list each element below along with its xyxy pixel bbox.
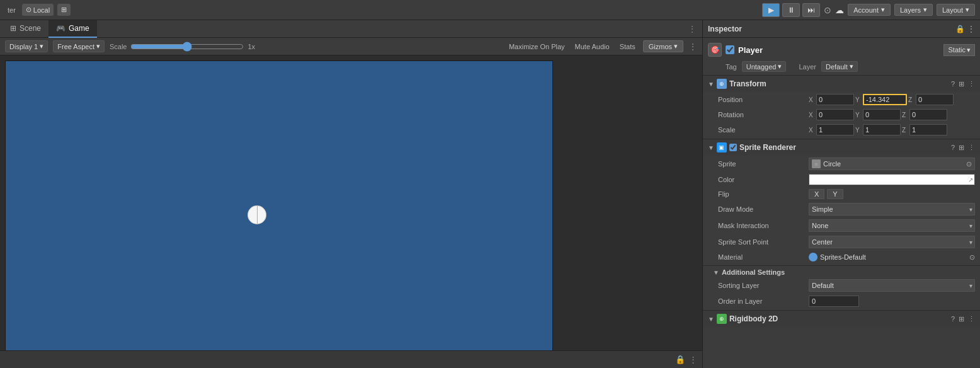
sprite-renderer-preset-icon[interactable]: ⊞: [959, 144, 964, 152]
draw-mode-select[interactable]: Simple Sliced Tiled: [809, 203, 975, 216]
inspector-panel: Inspector 🔒 ⋮ 🎯 Player Static ▾ Tag: [703, 20, 980, 368]
object-name: Player: [738, 45, 940, 55]
rotation-x-input[interactable]: [816, 109, 854, 120]
viewport-lock-icon[interactable]: 🔒: [675, 355, 685, 364]
pause-icon: ⏸: [787, 6, 795, 14]
flip-x-button[interactable]: X: [809, 189, 824, 199]
sprite-label: Sprite: [718, 160, 806, 168]
additional-settings-header[interactable]: ▼ Additional Settings: [703, 266, 980, 277]
tag-label: Tag: [726, 63, 737, 71]
account-dropdown[interactable]: Account ▾: [848, 4, 891, 16]
additional-settings-title: Additional Settings: [722, 268, 785, 276]
flip-y-button[interactable]: Y: [827, 189, 843, 199]
rigidbody2d-header[interactable]: ▼ ⊕ Rigidbody 2D ? ⊞ ⋮: [703, 311, 980, 327]
sprite-sort-select[interactable]: Center Pivot: [809, 236, 975, 248]
brand-label: ter: [5, 6, 18, 14]
order-layer-row: Order in Layer: [703, 294, 980, 309]
gizmos-dropdown[interactable]: Gizmos ▾: [643, 40, 683, 52]
game-toolbar-more-icon[interactable]: ⋮: [688, 42, 697, 52]
static-chevron-icon: ▾: [967, 46, 971, 54]
layout-chevron-icon: ▾: [966, 6, 969, 14]
transform-help-icon[interactable]: ?: [951, 80, 955, 88]
scene-tab-label: Scene: [20, 24, 41, 33]
sprite-value: Circle: [823, 160, 841, 168]
position-x-input[interactable]: [816, 94, 854, 105]
sprite-renderer-section: ▼ ▣ Sprite Renderer ? ⊞ ⋮ Sprite ○ Cir: [703, 139, 980, 264]
material-picker-icon[interactable]: ⊙: [969, 253, 975, 262]
static-dropdown[interactable]: Static ▾: [943, 44, 975, 56]
sprite-renderer-more-icon[interactable]: ⋮: [968, 144, 975, 152]
inspector-header: Inspector 🔒 ⋮: [703, 20, 980, 38]
left-panel: ⊞ Scene 🎮 Game ⋮ Display 1 ▾ Free Aspect…: [0, 20, 703, 368]
tag-layer-row: Tag Untagged ▾ Layer Default ▾: [703, 59, 980, 74]
additional-settings-chevron-icon: ▼: [713, 269, 719, 276]
pause-button[interactable]: ⏸: [782, 3, 800, 17]
rigidbody2d-help-icon[interactable]: ?: [951, 315, 955, 323]
object-header: 🎯 Player Static ▾: [703, 40, 980, 59]
color-field[interactable]: ↗: [809, 174, 975, 185]
scale-slider[interactable]: [130, 42, 244, 52]
local-button[interactable]: ⊙ Local: [22, 4, 54, 16]
static-label: Static: [948, 46, 966, 54]
scale-values: X Y Z: [809, 124, 975, 135]
grid-button[interactable]: ⊞: [57, 4, 71, 16]
local-icon: ⊙: [26, 6, 31, 14]
transform-header[interactable]: ▼ ⊕ Transform ? ⊞ ⋮: [703, 76, 980, 92]
inspector-lock-icon[interactable]: 🔒: [955, 25, 965, 33]
scale-y-input[interactable]: [863, 124, 901, 135]
position-z-input[interactable]: [916, 94, 954, 105]
playback-controls: ▶ ⏸ ⏭: [762, 3, 820, 17]
sorting-layer-select-wrapper: Default: [809, 279, 975, 292]
sprite-renderer-help-icon[interactable]: ?: [951, 144, 955, 152]
sprite-field[interactable]: ○ Circle ⊙: [809, 158, 975, 170]
stats-button[interactable]: Stats: [617, 42, 638, 52]
rotation-y-input[interactable]: [863, 109, 901, 120]
rotation-z-input[interactable]: [909, 109, 947, 120]
rot-z-label: Z: [902, 112, 908, 118]
game-toolbar-right: Maximize On Play Mute Audio Stats Gizmos…: [506, 40, 697, 52]
order-layer-label: Order in Layer: [718, 297, 806, 305]
sprite-renderer-header[interactable]: ▼ ▣ Sprite Renderer ? ⊞ ⋮: [703, 139, 980, 156]
scale-y-label: Y: [855, 127, 862, 134]
transform-more-icon[interactable]: ⋮: [968, 80, 975, 88]
layout-dropdown[interactable]: Layout ▾: [937, 4, 975, 16]
layer-dropdown[interactable]: Default ▾: [821, 61, 858, 72]
tag-dropdown[interactable]: Untagged ▾: [742, 61, 787, 72]
scale-z-input[interactable]: [909, 124, 947, 135]
tab-game[interactable]: 🎮 Game: [48, 20, 97, 38]
object-enabled-checkbox[interactable]: [726, 45, 734, 54]
scale-row: Scale X Y Z: [703, 122, 980, 137]
mask-interaction-select[interactable]: None Visible Inside Mask Visible Outside…: [809, 219, 975, 232]
scale-x-input[interactable]: [816, 124, 854, 135]
player-circle: [248, 206, 266, 224]
mute-button[interactable]: Mute Audio: [573, 42, 612, 52]
material-field[interactable]: Sprites-Default ⊙: [809, 253, 975, 262]
aspect-dropdown[interactable]: Free Aspect ▾: [53, 40, 105, 52]
position-y-input[interactable]: [863, 94, 907, 105]
display-dropdown[interactable]: Display 1 ▾: [5, 40, 48, 52]
rigidbody2d-preset-icon[interactable]: ⊞: [959, 315, 964, 323]
step-button[interactable]: ⏭: [802, 3, 820, 17]
scale-value: 1x: [248, 43, 255, 50]
transform-preset-icon[interactable]: ⊞: [959, 80, 964, 88]
inspector-more-icon[interactable]: ⋮: [967, 25, 975, 33]
sorting-layer-select[interactable]: Default: [809, 279, 975, 292]
layers-dropdown[interactable]: Layers ▾: [894, 4, 933, 16]
tab-more-icon[interactable]: ⋮: [685, 25, 700, 33]
sorting-layer-label: Sorting Layer: [718, 282, 806, 289]
stats-label: Stats: [620, 43, 635, 50]
order-layer-input[interactable]: [809, 296, 859, 307]
play-button[interactable]: ▶: [762, 3, 780, 17]
viewport-more-icon[interactable]: ⋮: [689, 355, 697, 364]
inspector-body: 🎯 Player Static ▾ Tag Untagged ▾ Layer D…: [703, 38, 980, 368]
sprite-row: Sprite ○ Circle ⊙: [703, 156, 980, 172]
rigidbody2d-more-icon[interactable]: ⋮: [968, 315, 975, 323]
tab-scene[interactable]: ⊞ Scene: [3, 20, 48, 38]
step-icon: ⏭: [807, 6, 815, 14]
layer-chevron-icon: ▾: [850, 62, 853, 71]
cloud-icon: ☁: [835, 5, 844, 15]
maximize-button[interactable]: Maximize On Play: [506, 42, 567, 52]
sprite-picker-icon[interactable]: ⊙: [966, 160, 972, 168]
rigidbody2d-actions: ? ⊞ ⋮: [951, 315, 975, 323]
sprite-renderer-enabled-checkbox[interactable]: [729, 144, 737, 151]
